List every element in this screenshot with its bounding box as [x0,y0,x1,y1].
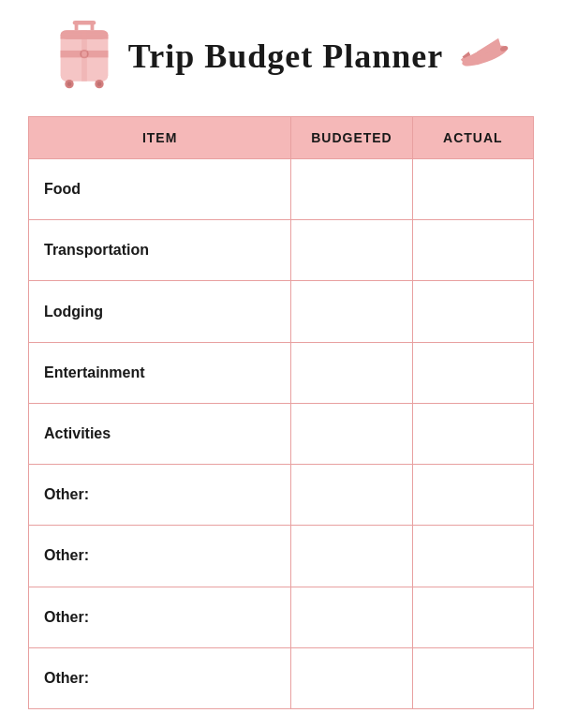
budgeted-cell[interactable] [291,281,412,342]
budgeted-cell[interactable] [291,647,412,708]
table-row: Other: [29,465,534,526]
item-cell: Other: [29,526,291,587]
item-cell: Activities [29,403,291,464]
actual-cell[interactable] [412,526,533,587]
budgeted-cell[interactable] [291,526,412,587]
actual-cell[interactable] [412,647,533,708]
table-row: Food [29,159,534,220]
actual-cell[interactable] [412,587,533,647]
budgeted-cell[interactable] [291,342,412,403]
budgeted-cell[interactable] [291,587,412,647]
header: Trip Budget Planner [28,19,534,94]
item-cell: Other: [29,587,291,647]
actual-cell[interactable] [412,281,533,342]
svg-rect-1 [74,21,78,31]
actual-cell[interactable] [412,220,533,281]
item-cell: Transportation [29,220,291,281]
actual-cell[interactable] [412,465,533,526]
table-row: Other: [29,526,534,587]
svg-rect-9 [81,30,87,82]
table-row: Other: [29,587,534,647]
budgeted-cell[interactable] [291,159,412,220]
page: Trip Budget Planner ITEM BUDGETED ACTUAL… [0,0,562,728]
page-title: Trip Budget Planner [128,37,443,76]
col-header-budgeted: BUDGETED [291,117,412,159]
item-cell: Lodging [29,281,291,342]
budget-table: ITEM BUDGETED ACTUAL FoodTransportationL… [28,116,534,709]
col-header-actual: ACTUAL [412,117,533,159]
svg-point-13 [96,82,101,86]
item-cell: Food [29,159,291,220]
item-cell: Entertainment [29,342,291,403]
table-row: Transportation [29,220,534,281]
table-row: Activities [29,403,534,464]
item-cell: Other: [29,647,291,708]
airplane-icon [454,33,510,80]
budgeted-cell[interactable] [291,403,412,464]
budgeted-cell[interactable] [291,220,412,281]
actual-cell[interactable] [412,342,533,403]
table-row: Entertainment [29,342,534,403]
svg-point-12 [67,82,71,86]
item-cell: Other: [29,465,291,526]
table-row: Other: [29,647,534,708]
svg-rect-2 [90,21,94,31]
actual-cell[interactable] [412,159,533,220]
luggage-icon [52,19,117,94]
table-row: Lodging [29,281,534,342]
budgeted-cell[interactable] [291,465,412,526]
actual-cell[interactable] [412,403,533,464]
col-header-item: ITEM [29,117,291,159]
